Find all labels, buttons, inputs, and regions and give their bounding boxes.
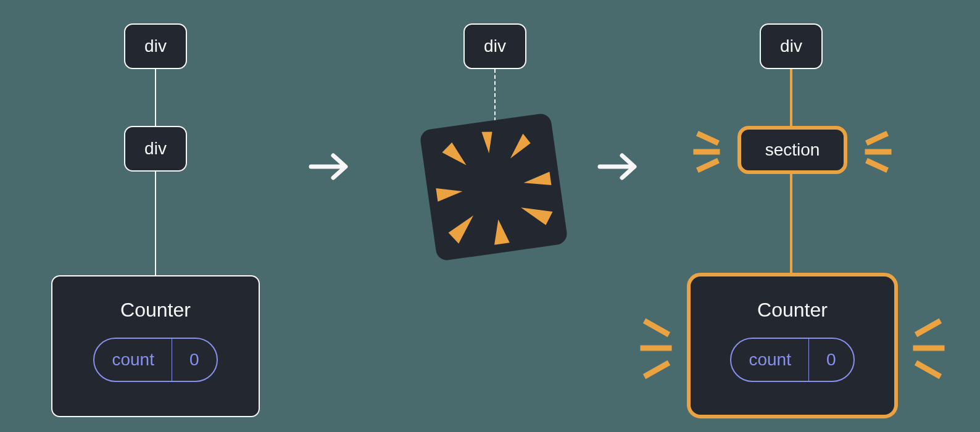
middle-root-label: div bbox=[484, 36, 506, 56]
svg-line-8 bbox=[700, 135, 716, 142]
right-counter-node: Counter count 0 bbox=[687, 273, 898, 418]
right-section-node: section bbox=[737, 126, 847, 174]
svg-line-16 bbox=[647, 364, 666, 375]
left-root-label: div bbox=[144, 36, 167, 56]
right-root-label: div bbox=[780, 36, 802, 56]
spark-icon bbox=[901, 309, 947, 389]
svg-line-13 bbox=[869, 162, 885, 169]
svg-line-14 bbox=[647, 322, 666, 333]
spark-icon bbox=[692, 123, 733, 179]
right-state-value: 0 bbox=[809, 339, 853, 381]
svg-line-17 bbox=[918, 322, 938, 333]
left-connector-1 bbox=[155, 69, 156, 126]
arrow-right-icon bbox=[596, 148, 641, 185]
left-middle-node: div bbox=[124, 126, 187, 172]
explosion-box bbox=[419, 112, 568, 262]
left-middle-label: div bbox=[144, 139, 167, 159]
left-connector-2 bbox=[155, 172, 156, 275]
arrow-right-icon bbox=[307, 148, 352, 185]
svg-line-19 bbox=[918, 364, 938, 375]
svg-marker-0 bbox=[481, 130, 495, 154]
left-counter-node: Counter count 0 bbox=[51, 275, 260, 417]
spark-icon bbox=[852, 123, 892, 179]
left-state-value: 0 bbox=[172, 339, 217, 381]
svg-marker-4 bbox=[491, 218, 509, 245]
svg-marker-5 bbox=[447, 215, 477, 245]
svg-marker-3 bbox=[521, 203, 554, 228]
svg-marker-6 bbox=[436, 185, 463, 202]
left-state-key: count bbox=[94, 339, 172, 381]
middle-root-node: div bbox=[463, 23, 526, 69]
svg-marker-7 bbox=[441, 141, 466, 168]
svg-marker-2 bbox=[523, 172, 552, 189]
right-connector-1 bbox=[790, 69, 792, 126]
left-state-pill: count 0 bbox=[93, 338, 217, 382]
left-counter-title: Counter bbox=[120, 299, 191, 322]
svg-marker-1 bbox=[507, 133, 533, 159]
right-state-key: count bbox=[731, 339, 809, 381]
middle-connector-dashed bbox=[494, 69, 496, 127]
right-state-pill: count 0 bbox=[730, 338, 854, 382]
right-section-label: section bbox=[765, 140, 820, 160]
spark-icon bbox=[638, 309, 684, 389]
right-connector-2 bbox=[790, 174, 792, 273]
svg-line-10 bbox=[700, 162, 716, 169]
left-root-node: div bbox=[124, 23, 187, 69]
right-root-node: div bbox=[760, 23, 823, 69]
right-counter-title: Counter bbox=[757, 299, 828, 322]
svg-line-11 bbox=[869, 135, 885, 142]
